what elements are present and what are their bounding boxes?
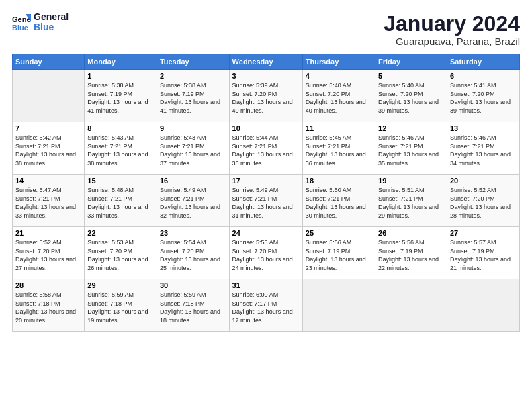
day-info: Sunrise: 5:44 AMSunset: 7:21 PMDaylight:… (232, 134, 300, 167)
day-info: Sunrise: 5:57 AMSunset: 7:19 PMDaylight:… (450, 238, 517, 272)
day-cell: 22Sunrise: 5:53 AMSunset: 7:20 PMDayligh… (85, 227, 157, 279)
day-info: Sunrise: 6:00 AMSunset: 7:17 PMDaylight:… (232, 291, 300, 324)
header-sunday: Sunday (13, 54, 85, 70)
day-number: 2 (160, 72, 226, 80)
day-number: 27 (450, 229, 517, 237)
day-cell: 25Sunrise: 5:56 AMSunset: 7:19 PMDayligh… (302, 227, 375, 279)
day-info: Sunrise: 5:52 AMSunset: 7:20 PMDaylight:… (15, 238, 81, 272)
day-info: Sunrise: 5:49 AMSunset: 7:21 PMDaylight:… (160, 186, 226, 220)
page-subtitle: Guarapuava, Parana, Brazil (384, 36, 520, 47)
day-info: Sunrise: 5:59 AMSunset: 7:18 PMDaylight:… (87, 291, 154, 324)
logo-blue: Blue (34, 22, 69, 32)
day-number: 21 (15, 229, 81, 237)
day-number: 15 (87, 177, 154, 185)
day-cell: 24Sunrise: 5:55 AMSunset: 7:20 PMDayligh… (229, 227, 302, 279)
day-cell: 26Sunrise: 5:56 AMSunset: 7:19 PMDayligh… (375, 227, 447, 279)
svg-text:Blue: Blue (12, 24, 28, 32)
logo-general: General (34, 12, 69, 22)
day-number: 11 (306, 124, 372, 132)
day-number: 22 (87, 229, 154, 237)
header-friday: Friday (375, 54, 447, 70)
day-info: Sunrise: 5:55 AMSunset: 7:20 PMDaylight:… (232, 238, 300, 272)
day-cell: 8Sunrise: 5:43 AMSunset: 7:21 PMDaylight… (85, 122, 157, 175)
title-block: January 2024 Guarapuava, Parana, Brazil (384, 12, 520, 47)
day-number: 9 (160, 124, 226, 132)
day-cell: 13Sunrise: 5:46 AMSunset: 7:21 PMDayligh… (447, 122, 519, 175)
day-cell: 4Sunrise: 5:40 AMSunset: 7:20 PMDaylight… (302, 70, 375, 122)
header-thursday: Thursday (302, 54, 375, 70)
day-info: Sunrise: 5:39 AMSunset: 7:20 PMDaylight:… (232, 81, 300, 115)
day-info: Sunrise: 5:52 AMSunset: 7:20 PMDaylight:… (450, 186, 517, 220)
day-info: Sunrise: 5:56 AMSunset: 7:19 PMDaylight:… (306, 238, 372, 272)
day-info: Sunrise: 5:42 AMSunset: 7:21 PMDaylight:… (15, 134, 81, 167)
day-number: 31 (232, 281, 300, 289)
logo: General Blue General Blue (12, 12, 69, 33)
day-info: Sunrise: 5:56 AMSunset: 7:19 PMDaylight:… (378, 238, 444, 272)
day-cell: 30Sunrise: 5:59 AMSunset: 7:18 PMDayligh… (157, 279, 229, 332)
day-cell: 3Sunrise: 5:39 AMSunset: 7:20 PMDaylight… (229, 70, 302, 122)
week-row-1: 7Sunrise: 5:42 AMSunset: 7:21 PMDaylight… (13, 122, 520, 175)
day-info: Sunrise: 5:51 AMSunset: 7:21 PMDaylight:… (378, 186, 444, 220)
day-number: 28 (15, 281, 81, 289)
day-number: 7 (15, 124, 81, 132)
day-number: 20 (450, 177, 517, 185)
day-cell: 20Sunrise: 5:52 AMSunset: 7:20 PMDayligh… (447, 175, 519, 227)
header-wednesday: Wednesday (229, 54, 302, 70)
page: General Blue General Blue January 2024 G… (0, 0, 532, 411)
day-cell: 16Sunrise: 5:49 AMSunset: 7:21 PMDayligh… (157, 175, 229, 227)
day-info: Sunrise: 5:41 AMSunset: 7:20 PMDaylight:… (450, 81, 517, 115)
day-cell: 29Sunrise: 5:59 AMSunset: 7:18 PMDayligh… (85, 279, 157, 332)
day-number: 1 (87, 72, 154, 80)
day-info: Sunrise: 5:50 AMSunset: 7:21 PMDaylight:… (306, 186, 372, 220)
day-number: 29 (87, 281, 154, 289)
day-info: Sunrise: 5:43 AMSunset: 7:21 PMDaylight:… (87, 134, 154, 167)
day-cell (302, 279, 375, 332)
day-cell: 17Sunrise: 5:49 AMSunset: 7:21 PMDayligh… (229, 175, 302, 227)
day-info: Sunrise: 5:54 AMSunset: 7:20 PMDaylight:… (160, 238, 226, 272)
day-cell: 6Sunrise: 5:41 AMSunset: 7:20 PMDaylight… (447, 70, 519, 122)
day-number: 14 (15, 177, 81, 185)
day-cell: 1Sunrise: 5:38 AMSunset: 7:19 PMDaylight… (85, 70, 157, 122)
day-number: 26 (378, 229, 444, 237)
day-cell: 23Sunrise: 5:54 AMSunset: 7:20 PMDayligh… (157, 227, 229, 279)
day-cell: 14Sunrise: 5:47 AMSunset: 7:21 PMDayligh… (13, 175, 85, 227)
calendar-header-row: SundayMondayTuesdayWednesdayThursdayFrid… (13, 54, 520, 70)
day-number: 30 (160, 281, 226, 289)
day-info: Sunrise: 5:48 AMSunset: 7:21 PMDaylight:… (87, 186, 154, 220)
day-info: Sunrise: 5:46 AMSunset: 7:21 PMDaylight:… (378, 134, 444, 167)
day-info: Sunrise: 5:53 AMSunset: 7:20 PMDaylight:… (87, 238, 154, 272)
day-cell: 12Sunrise: 5:46 AMSunset: 7:21 PMDayligh… (375, 122, 447, 175)
day-number: 10 (232, 124, 300, 132)
day-cell: 21Sunrise: 5:52 AMSunset: 7:20 PMDayligh… (13, 227, 85, 279)
week-row-3: 21Sunrise: 5:52 AMSunset: 7:20 PMDayligh… (13, 227, 520, 279)
day-cell: 15Sunrise: 5:48 AMSunset: 7:21 PMDayligh… (85, 175, 157, 227)
day-number: 8 (87, 124, 154, 132)
header-monday: Monday (85, 54, 157, 70)
day-cell: 10Sunrise: 5:44 AMSunset: 7:21 PMDayligh… (229, 122, 302, 175)
day-cell (375, 279, 447, 332)
header: General Blue General Blue January 2024 G… (12, 12, 520, 47)
day-cell: 28Sunrise: 5:58 AMSunset: 7:18 PMDayligh… (13, 279, 85, 332)
day-info: Sunrise: 5:40 AMSunset: 7:20 PMDaylight:… (306, 81, 372, 115)
day-number: 17 (232, 177, 300, 185)
day-cell: 9Sunrise: 5:43 AMSunset: 7:21 PMDaylight… (157, 122, 229, 175)
week-row-0: 1Sunrise: 5:38 AMSunset: 7:19 PMDaylight… (13, 70, 520, 122)
day-info: Sunrise: 5:49 AMSunset: 7:21 PMDaylight:… (232, 186, 300, 220)
week-row-4: 28Sunrise: 5:58 AMSunset: 7:18 PMDayligh… (13, 279, 520, 332)
calendar-table: SundayMondayTuesdayWednesdayThursdayFrid… (12, 54, 520, 332)
day-info: Sunrise: 5:38 AMSunset: 7:19 PMDaylight:… (87, 81, 154, 115)
day-number: 16 (160, 177, 226, 185)
day-info: Sunrise: 5:47 AMSunset: 7:21 PMDaylight:… (15, 186, 81, 220)
day-cell: 11Sunrise: 5:45 AMSunset: 7:21 PMDayligh… (302, 122, 375, 175)
day-cell: 31Sunrise: 6:00 AMSunset: 7:17 PMDayligh… (229, 279, 302, 332)
logo-icon: General Blue (12, 13, 31, 32)
day-info: Sunrise: 5:45 AMSunset: 7:21 PMDaylight:… (306, 134, 372, 167)
day-info: Sunrise: 5:40 AMSunset: 7:20 PMDaylight:… (378, 81, 444, 115)
day-number: 18 (306, 177, 372, 185)
day-cell: 19Sunrise: 5:51 AMSunset: 7:21 PMDayligh… (375, 175, 447, 227)
day-cell: 5Sunrise: 5:40 AMSunset: 7:20 PMDaylight… (375, 70, 447, 122)
day-cell: 2Sunrise: 5:38 AMSunset: 7:19 PMDaylight… (157, 70, 229, 122)
day-cell: 27Sunrise: 5:57 AMSunset: 7:19 PMDayligh… (447, 227, 519, 279)
header-tuesday: Tuesday (157, 54, 229, 70)
day-info: Sunrise: 5:58 AMSunset: 7:18 PMDaylight:… (15, 291, 81, 324)
